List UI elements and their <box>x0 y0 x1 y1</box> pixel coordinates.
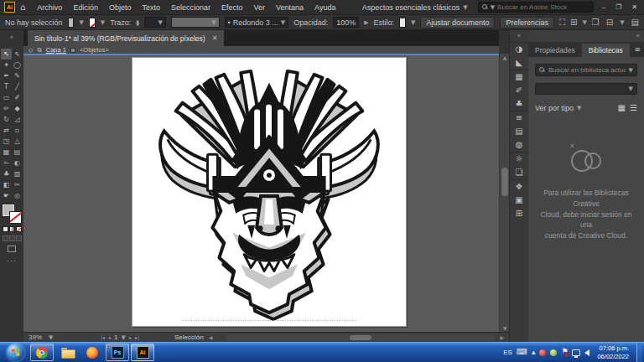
last-artboard-icon[interactable]: ▸| <box>135 334 139 340</box>
touch-workspace-icon[interactable]: ❒ <box>592 18 600 27</box>
home-icon[interactable]: ⌂ <box>20 3 25 12</box>
document-setup-icon[interactable]: ⛶ <box>559 18 565 28</box>
strip-collapse-chevron[interactable]: « <box>510 30 528 42</box>
target-diamond-icon[interactable]: ◇ <box>29 47 33 54</box>
free-transform-tool[interactable]: ▫ <box>12 125 23 136</box>
preferences-button[interactable]: Preferencias <box>500 17 554 28</box>
chevron-down-icon[interactable]: ▼ <box>582 19 586 26</box>
brushes-panel-icon[interactable]: ✐ <box>516 86 522 95</box>
rotate-tool[interactable]: ↻ <box>1 114 12 125</box>
taskbar-illustrator-button[interactable]: Ai <box>131 344 154 361</box>
chevron-down-icon[interactable]: ▼ <box>101 19 105 26</box>
first-artboard-icon[interactable]: |◂ <box>101 334 105 340</box>
panel-menu-icon[interactable]: ≡ <box>634 45 641 54</box>
zoom-level-dropdown-icon[interactable]: ▼ <box>49 334 53 341</box>
chevron-down-icon[interactable]: ▼ <box>79 19 83 26</box>
artboard-dropdown-icon[interactable]: ▼ <box>122 334 126 341</box>
dock-expand-chevron[interactable]: » <box>528 30 644 42</box>
list-view-icon[interactable]: ☰ <box>630 103 637 112</box>
paintbrush-tool[interactable]: ✐ <box>12 92 23 103</box>
toolbar-collapse-chevron[interactable]: » <box>0 30 23 46</box>
fill-stroke-control[interactable] <box>3 204 21 223</box>
notification-red-icon[interactable] <box>539 349 546 356</box>
opacity-panel-arrow[interactable]: ▶ <box>364 19 368 26</box>
vertical-scroll-thumb[interactable] <box>501 168 508 196</box>
taskbar-chrome-button[interactable] <box>30 344 54 361</box>
breadcrumb-layer[interactable]: Capa 1 <box>46 46 66 54</box>
stroke-weight-dropdown[interactable]: ▼ <box>144 17 166 28</box>
screen-mode-button[interactable] <box>8 246 16 252</box>
menu-objeto[interactable]: Objeto <box>109 3 132 12</box>
library-search-input[interactable]: Buscar en biblioteca actual ▼ <box>535 64 637 76</box>
draw-behind-button[interactable] <box>9 235 15 241</box>
panel-list-icon[interactable]: ▤ <box>631 18 639 27</box>
isolate-icon[interactable]: ⊞ <box>570 18 577 27</box>
layers-panel-icon[interactable]: ❖ <box>516 183 523 191</box>
taskbar-clock[interactable]: 07:06 p.m. 06/02/2022 <box>594 344 632 361</box>
keyboard-icon[interactable]: ⌨ <box>517 349 527 356</box>
pen-tool[interactable]: ✒ <box>1 70 12 81</box>
selection-tool[interactable]: ↖ <box>1 49 12 59</box>
horizontal-scrollbar[interactable] <box>226 334 495 341</box>
restore-button[interactable]: ❐ <box>615 3 621 11</box>
prev-artboard-icon[interactable]: ◂ <box>108 334 111 340</box>
stroke-panel-icon[interactable]: ≡ <box>516 114 522 122</box>
draw-inside-button[interactable] <box>16 235 22 241</box>
line-segment-tool[interactable]: ╱ <box>12 81 23 92</box>
artboard[interactable] <box>132 57 407 327</box>
draw-normal-button[interactable] <box>3 235 8 241</box>
artboards-panel-icon[interactable]: ▣ <box>515 196 522 204</box>
asset-export-panel-icon[interactable]: ⊞ <box>516 209 522 218</box>
zoom-level-value[interactable]: 39% <box>29 334 42 341</box>
view-by-type-dropdown[interactable]: Ver por tipo ▼ <box>535 104 581 112</box>
menu-ver[interactable]: Ver <box>254 3 266 12</box>
menu-edicion[interactable]: Edición <box>73 3 98 12</box>
hand-tool[interactable]: ☛ <box>1 190 12 201</box>
symbol-sprayer-tool[interactable]: ♣ <box>1 168 12 179</box>
slice-tool[interactable]: ✂ <box>12 179 23 190</box>
lasso-tool[interactable]: ◯ <box>12 59 23 70</box>
menu-seleccionar[interactable]: Seleccionar <box>171 3 210 12</box>
vertical-scrollbar[interactable]: ▲ ▼ <box>499 54 509 332</box>
menu-texto[interactable]: Texto <box>142 3 160 12</box>
taskbar-photoshop-button[interactable]: Ps <box>106 344 129 361</box>
blend-tool[interactable]: ◐ <box>12 158 23 168</box>
grid-view-icon[interactable]: ▦ <box>618 103 626 112</box>
chevron-down-icon[interactable]: ▼ <box>620 19 624 26</box>
eyedropper-tool[interactable]: ✁ <box>1 158 12 168</box>
stroke-swatch[interactable] <box>10 212 21 223</box>
graphic-styles-panel-icon[interactable]: ❏ <box>516 168 523 177</box>
fit-document-button[interactable]: Ajustar documento <box>420 17 495 28</box>
volume-icon[interactable] <box>584 349 589 356</box>
type-tool[interactable]: T <box>1 81 12 92</box>
color-panel-icon[interactable]: ◑ <box>516 45 523 54</box>
graphic-style-swatch[interactable] <box>399 18 406 28</box>
scroll-left-icon[interactable]: ◀ <box>209 334 213 340</box>
artboard-tool[interactable]: ◧ <box>1 179 12 190</box>
workspace-switcher[interactable]: Aspectos esenciales clásicos ▼ <box>362 3 468 12</box>
magic-wand-tool[interactable]: ✦ <box>1 59 12 70</box>
close-button[interactable]: ✕ <box>631 3 637 11</box>
perspective-grid-tool[interactable]: △ <box>12 136 23 147</box>
symbols-panel-icon[interactable]: ♣ <box>516 100 523 108</box>
gradient-button[interactable] <box>9 226 15 232</box>
library-select-dropdown[interactable]: ▼ <box>535 83 637 95</box>
color-button[interactable] <box>3 226 8 232</box>
stroke-weight-stepper[interactable]: ▲▼ <box>136 19 139 26</box>
chevron-down-icon[interactable]: ▼ <box>411 19 415 26</box>
width-tool[interactable]: ⇄ <box>1 125 12 136</box>
eraser-tool[interactable]: ◆ <box>12 103 23 114</box>
appearance-panel-icon[interactable]: ☼ <box>516 155 523 163</box>
hidden-icons-arrow[interactable]: ▴ <box>532 349 536 356</box>
gradient-panel-icon[interactable]: ▤ <box>515 127 522 136</box>
chevron-down-icon[interactable]: ▼ <box>629 67 633 74</box>
edit-toolbar-button[interactable]: ··· <box>0 256 23 265</box>
pencil-tool[interactable]: ✏ <box>1 103 12 114</box>
minimize-button[interactable]: – <box>602 3 605 11</box>
horizontal-scroll-thumb[interactable] <box>350 335 371 340</box>
gradient-tool[interactable]: ▤ <box>12 147 23 158</box>
rectangle-tool[interactable]: ▭ <box>1 92 12 103</box>
tab-bibliotecas[interactable]: Bibliotecas <box>582 44 630 57</box>
menu-ayuda[interactable]: Ayuda <box>314 3 335 12</box>
network-icon[interactable] <box>572 349 580 356</box>
